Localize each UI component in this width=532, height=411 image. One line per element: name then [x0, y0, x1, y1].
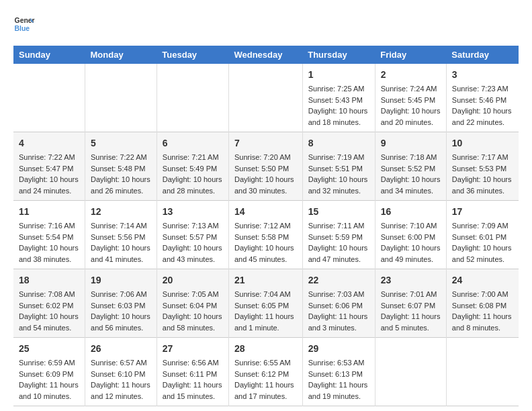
calendar-cell: 6Sunrise: 7:21 AM Sunset: 5:49 PM Daylig…	[157, 132, 228, 201]
day-number: 13	[163, 205, 223, 219]
calendar-table: SundayMondayTuesdayWednesdayThursdayFrid…	[13, 46, 519, 406]
day-number: 15	[308, 205, 369, 219]
day-info: Sunrise: 7:23 AM Sunset: 5:46 PM Dayligh…	[452, 85, 512, 126]
day-number: 29	[308, 342, 369, 356]
calendar-cell: 10Sunrise: 7:17 AM Sunset: 5:53 PM Dayli…	[446, 132, 519, 201]
calendar-cell: 25Sunrise: 6:59 AM Sunset: 6:09 PM Dayli…	[13, 338, 85, 406]
day-info: Sunrise: 7:13 AM Sunset: 5:57 PM Dayligh…	[163, 222, 222, 263]
day-info: Sunrise: 7:12 AM Sunset: 5:58 PM Dayligh…	[234, 222, 294, 263]
calendar-cell: 27Sunrise: 6:56 AM Sunset: 6:11 PM Dayli…	[157, 338, 228, 406]
day-number: 18	[19, 273, 79, 287]
page-header: General Blue	[13, 13, 519, 35]
day-number: 1	[308, 68, 369, 82]
calendar-cell: 18Sunrise: 7:08 AM Sunset: 6:02 PM Dayli…	[13, 269, 85, 338]
calendar-cell	[157, 64, 228, 132]
col-header-friday: Friday	[375, 46, 446, 64]
logo-icon: General Blue	[13, 13, 35, 35]
day-info: Sunrise: 7:18 AM Sunset: 5:52 PM Dayligh…	[381, 153, 441, 195]
day-info: Sunrise: 7:24 AM Sunset: 5:45 PM Dayligh…	[381, 85, 441, 126]
day-info: Sunrise: 7:05 AM Sunset: 6:04 PM Dayligh…	[163, 290, 222, 332]
col-header-thursday: Thursday	[302, 46, 375, 64]
calendar-cell: 2Sunrise: 7:24 AM Sunset: 5:45 PM Daylig…	[375, 64, 446, 132]
day-number: 24	[452, 273, 513, 287]
day-info: Sunrise: 7:20 AM Sunset: 5:50 PM Dayligh…	[234, 153, 294, 195]
col-header-monday: Monday	[85, 46, 157, 64]
calendar-cell: 28Sunrise: 6:55 AM Sunset: 6:12 PM Dayli…	[228, 338, 302, 406]
calendar-cell: 1Sunrise: 7:25 AM Sunset: 5:43 PM Daylig…	[302, 64, 375, 132]
calendar-cell: 16Sunrise: 7:10 AM Sunset: 6:00 PM Dayli…	[375, 201, 446, 269]
day-number: 22	[308, 273, 369, 287]
day-number: 11	[19, 205, 79, 219]
day-info: Sunrise: 7:03 AM Sunset: 6:06 PM Dayligh…	[308, 290, 368, 332]
day-number: 27	[163, 342, 223, 356]
calendar-cell: 21Sunrise: 7:04 AM Sunset: 6:05 PM Dayli…	[228, 269, 302, 338]
day-number: 8	[308, 136, 369, 150]
calendar-cell: 3Sunrise: 7:23 AM Sunset: 5:46 PM Daylig…	[446, 64, 519, 132]
calendar-cell: 26Sunrise: 6:57 AM Sunset: 6:10 PM Dayli…	[85, 338, 157, 406]
day-info: Sunrise: 6:59 AM Sunset: 6:09 PM Dayligh…	[19, 359, 79, 400]
calendar-cell: 24Sunrise: 7:00 AM Sunset: 6:08 PM Dayli…	[446, 269, 519, 338]
day-number: 17	[452, 205, 513, 219]
calendar-cell: 22Sunrise: 7:03 AM Sunset: 6:06 PM Dayli…	[302, 269, 375, 338]
calendar-cell	[13, 64, 85, 132]
day-info: Sunrise: 7:16 AM Sunset: 5:54 PM Dayligh…	[19, 222, 79, 263]
svg-text:Blue: Blue	[15, 25, 30, 32]
calendar-cell	[375, 338, 446, 406]
day-info: Sunrise: 7:25 AM Sunset: 5:43 PM Dayligh…	[308, 85, 368, 126]
day-info: Sunrise: 7:01 AM Sunset: 6:07 PM Dayligh…	[381, 290, 441, 332]
calendar-cell: 20Sunrise: 7:05 AM Sunset: 6:04 PM Dayli…	[157, 269, 228, 338]
calendar-cell: 29Sunrise: 6:53 AM Sunset: 6:13 PM Dayli…	[302, 338, 375, 406]
day-number: 5	[91, 136, 151, 150]
calendar-cell: 19Sunrise: 7:06 AM Sunset: 6:03 PM Dayli…	[85, 269, 157, 338]
day-info: Sunrise: 7:22 AM Sunset: 5:48 PM Dayligh…	[91, 153, 150, 195]
day-number: 4	[19, 136, 79, 150]
day-number: 10	[452, 136, 513, 150]
day-info: Sunrise: 7:17 AM Sunset: 5:53 PM Dayligh…	[452, 153, 512, 195]
day-number: 6	[163, 136, 223, 150]
col-header-tuesday: Tuesday	[157, 46, 228, 64]
calendar-cell	[446, 338, 519, 406]
calendar-cell: 17Sunrise: 7:09 AM Sunset: 6:01 PM Dayli…	[446, 201, 519, 269]
calendar-cell	[85, 64, 157, 132]
col-header-sunday: Sunday	[13, 46, 85, 64]
day-info: Sunrise: 7:19 AM Sunset: 5:51 PM Dayligh…	[308, 153, 368, 195]
calendar-cell: 8Sunrise: 7:19 AM Sunset: 5:51 PM Daylig…	[302, 132, 375, 201]
calendar-cell	[228, 64, 302, 132]
day-info: Sunrise: 7:00 AM Sunset: 6:08 PM Dayligh…	[452, 290, 512, 332]
day-info: Sunrise: 7:22 AM Sunset: 5:47 PM Dayligh…	[19, 153, 79, 195]
day-number: 25	[19, 342, 79, 356]
calendar-week-row: 18Sunrise: 7:08 AM Sunset: 6:02 PM Dayli…	[13, 269, 519, 338]
day-info: Sunrise: 7:14 AM Sunset: 5:56 PM Dayligh…	[91, 222, 150, 263]
day-number: 12	[91, 205, 151, 219]
day-number: 20	[163, 273, 223, 287]
calendar-cell: 14Sunrise: 7:12 AM Sunset: 5:58 PM Dayli…	[228, 201, 302, 269]
day-number: 16	[381, 205, 441, 219]
calendar-week-row: 25Sunrise: 6:59 AM Sunset: 6:09 PM Dayli…	[13, 338, 519, 406]
calendar-week-row: 11Sunrise: 7:16 AM Sunset: 5:54 PM Dayli…	[13, 201, 519, 269]
calendar-cell: 12Sunrise: 7:14 AM Sunset: 5:56 PM Dayli…	[85, 201, 157, 269]
calendar-cell: 11Sunrise: 7:16 AM Sunset: 5:54 PM Dayli…	[13, 201, 85, 269]
day-number: 3	[452, 68, 513, 82]
calendar-week-row: 4Sunrise: 7:22 AM Sunset: 5:47 PM Daylig…	[13, 132, 519, 201]
calendar-cell: 7Sunrise: 7:20 AM Sunset: 5:50 PM Daylig…	[228, 132, 302, 201]
calendar-header-row: SundayMondayTuesdayWednesdayThursdayFrid…	[13, 46, 519, 64]
calendar-cell: 4Sunrise: 7:22 AM Sunset: 5:47 PM Daylig…	[13, 132, 85, 201]
day-number: 9	[381, 136, 441, 150]
calendar-cell: 9Sunrise: 7:18 AM Sunset: 5:52 PM Daylig…	[375, 132, 446, 201]
calendar-cell: 5Sunrise: 7:22 AM Sunset: 5:48 PM Daylig…	[85, 132, 157, 201]
day-info: Sunrise: 6:56 AM Sunset: 6:11 PM Dayligh…	[163, 359, 222, 400]
calendar-week-row: 1Sunrise: 7:25 AM Sunset: 5:43 PM Daylig…	[13, 64, 519, 132]
logo: General Blue	[13, 13, 35, 35]
day-number: 26	[91, 342, 151, 356]
calendar-cell: 15Sunrise: 7:11 AM Sunset: 5:59 PM Dayli…	[302, 201, 375, 269]
calendar-cell: 23Sunrise: 7:01 AM Sunset: 6:07 PM Dayli…	[375, 269, 446, 338]
day-info: Sunrise: 7:04 AM Sunset: 6:05 PM Dayligh…	[234, 290, 294, 332]
day-info: Sunrise: 6:57 AM Sunset: 6:10 PM Dayligh…	[91, 359, 150, 400]
day-info: Sunrise: 7:06 AM Sunset: 6:03 PM Dayligh…	[91, 290, 150, 332]
day-number: 28	[234, 342, 297, 356]
day-info: Sunrise: 7:21 AM Sunset: 5:49 PM Dayligh…	[163, 153, 222, 195]
day-number: 14	[234, 205, 297, 219]
calendar-cell: 13Sunrise: 7:13 AM Sunset: 5:57 PM Dayli…	[157, 201, 228, 269]
day-number: 23	[381, 273, 441, 287]
day-info: Sunrise: 7:10 AM Sunset: 6:00 PM Dayligh…	[381, 222, 441, 263]
